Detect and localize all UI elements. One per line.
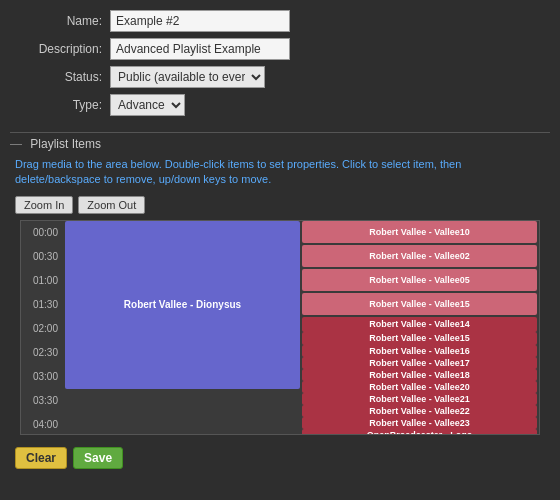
status-row: Status: Public (available to everyone)Pr… — [20, 66, 540, 88]
status-label: Status: — [20, 70, 110, 84]
timeline-container: 00:0000:3001:0001:3002:0002:3003:0003:30… — [20, 220, 540, 435]
zoom-out-button[interactable]: Zoom Out — [78, 196, 145, 214]
status-select[interactable]: Public (available to everyone)PrivateHid… — [110, 66, 265, 88]
track-block-right[interactable]: Robert Vallee - Vallee20 — [302, 381, 537, 393]
name-row: Name: — [20, 10, 540, 32]
description-label: Description: — [20, 42, 110, 56]
track-block-right[interactable]: Robert Vallee - Vallee14 — [302, 317, 537, 332]
title-dash: — — [10, 137, 22, 151]
track-block-right[interactable]: Robert Vallee - Vallee18 — [302, 369, 537, 381]
track-block-right[interactable]: OpenBroadcaster - Logo — [302, 429, 537, 434]
name-input[interactable] — [110, 10, 290, 32]
track-block-left[interactable]: Robert Vallee - Dionysus — [65, 221, 300, 389]
tracks-area[interactable]: Robert Vallee - Dionysus Robert Vallee -… — [63, 221, 539, 434]
playlist-title-text: Playlist Items — [30, 137, 101, 151]
instructions: Drag media to the area below. Double-cli… — [10, 157, 550, 188]
name-label: Name: — [20, 14, 110, 28]
track-block-right[interactable]: Robert Vallee - Vallee02 — [302, 245, 537, 267]
time-tick: 00:30 — [21, 245, 63, 269]
form-area: Name: Description: Status: Public (avail… — [0, 0, 560, 127]
track-block-right[interactable]: Robert Vallee - Vallee21 — [302, 393, 537, 405]
time-tick: 00:00 — [21, 221, 63, 245]
track-block-right[interactable]: Robert Vallee - Vallee22 — [302, 405, 537, 417]
time-tick: 02:00 — [21, 317, 63, 341]
playlist-title: — Playlist Items — [10, 137, 550, 151]
instructions-line1: Drag media to the area below. Double-cli… — [15, 158, 461, 170]
playlist-section: — Playlist Items Drag media to the area … — [10, 132, 550, 435]
track-block-right[interactable]: Robert Vallee - Vallee15 — [302, 332, 537, 345]
instructions-line2: delete/backspace to remove, up/down keys… — [15, 173, 271, 185]
track-block-right[interactable]: Robert Vallee - Vallee10 — [302, 221, 537, 243]
clear-button[interactable]: Clear — [15, 447, 67, 469]
time-tick: 04:00 — [21, 413, 63, 435]
description-input[interactable] — [110, 38, 290, 60]
time-tick: 01:30 — [21, 293, 63, 317]
track-block-right[interactable]: Robert Vallee - Vallee16 — [302, 345, 537, 357]
time-axis: 00:0000:3001:0001:3002:0002:3003:0003:30… — [21, 221, 63, 434]
time-tick: 01:00 — [21, 269, 63, 293]
time-tick: 03:00 — [21, 365, 63, 389]
track-col-left: Robert Vallee - Dionysus — [65, 221, 300, 434]
zoom-in-button[interactable]: Zoom In — [15, 196, 73, 214]
footer-bar: Clear Save — [0, 441, 560, 475]
time-tick: 02:30 — [21, 341, 63, 365]
track-col-right: Robert Vallee - Vallee10Robert Vallee - … — [302, 221, 537, 434]
type-row: Type: AdvancedSimple — [20, 94, 540, 116]
description-row: Description: — [20, 38, 540, 60]
track-block-right[interactable]: Robert Vallee - Vallee05 — [302, 269, 537, 291]
save-button[interactable]: Save — [73, 447, 123, 469]
zoom-bar: Zoom In Zoom Out — [10, 196, 550, 214]
track-block-right[interactable]: Robert Vallee - Vallee23 — [302, 417, 537, 429]
type-label: Type: — [20, 98, 110, 112]
time-tick: 03:30 — [21, 389, 63, 413]
track-block-right[interactable]: Robert Vallee - Vallee15 — [302, 293, 537, 315]
type-select[interactable]: AdvancedSimple — [110, 94, 185, 116]
track-block-right[interactable]: Robert Vallee - Vallee17 — [302, 357, 537, 369]
